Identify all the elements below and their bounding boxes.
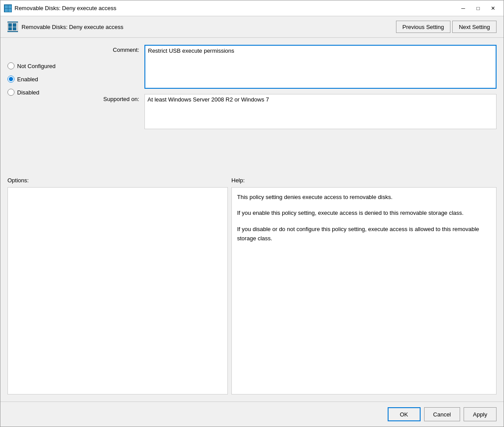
comment-row: Comment: [95, 45, 497, 89]
svg-rect-7 [13, 23, 16, 27]
main-window: Removable Disks: Deny execute access ─ □… [0, 0, 504, 427]
previous-setting-button[interactable]: Previous Setting [396, 21, 451, 33]
ok-button[interactable]: OK [388, 407, 421, 421]
svg-rect-6 [8, 23, 12, 27]
header-bar: Removable Disks: Deny execute access Pre… [0, 16, 504, 38]
disabled-radio-label[interactable]: Disabled [7, 89, 88, 96]
svg-rect-3 [5, 9, 8, 12]
svg-rect-1 [5, 5, 8, 8]
supported-label: Supported on: [95, 94, 139, 102]
comment-label: Comment: [95, 45, 139, 53]
enabled-radio-label[interactable]: Enabled [7, 76, 88, 83]
title-bar: Removable Disks: Deny execute access ─ □… [0, 0, 504, 16]
minimize-button[interactable]: ─ [456, 3, 470, 14]
options-panel [7, 187, 228, 395]
apply-button[interactable]: Apply [464, 407, 497, 421]
disabled-label: Disabled [17, 89, 40, 96]
title-bar-left: Removable Disks: Deny execute access [4, 4, 116, 12]
svg-rect-8 [8, 27, 12, 30]
not-configured-radio-label[interactable]: Not Configured [7, 62, 88, 69]
help-paragraph-1: This policy setting denies execute acces… [237, 193, 491, 202]
footer: OK Cancel Apply [0, 402, 504, 427]
svg-rect-9 [13, 27, 16, 30]
help-panel: This policy setting denies execute acces… [231, 187, 497, 395]
svg-rect-4 [8, 9, 11, 12]
window-title: Removable Disks: Deny execute access [14, 5, 116, 11]
comment-textarea[interactable] [144, 45, 497, 89]
lower-section: Options: Help: This policy setting denie… [0, 177, 504, 402]
window-controls: ─ □ ✕ [456, 3, 500, 14]
enabled-radio[interactable] [7, 76, 14, 83]
section-labels: Options: Help: [7, 177, 497, 184]
help-paragraph-2: If you enable this policy setting, execu… [237, 209, 491, 218]
header-title: Removable Disks: Deny execute access [22, 24, 123, 30]
close-button[interactable]: ✕ [486, 3, 500, 14]
panels-row: This policy setting denies execute acces… [7, 187, 497, 395]
window-icon [4, 4, 12, 12]
header-left: Removable Disks: Deny execute access [7, 22, 123, 32]
help-section-label: Help: [231, 177, 497, 184]
maximize-button[interactable]: □ [471, 3, 485, 14]
header-nav-buttons: Previous Setting Next Setting [396, 21, 497, 33]
options-section-label: Options: [7, 177, 231, 184]
configuration-radio-group: Not Configured Enabled Disabled [7, 62, 88, 96]
disabled-radio[interactable] [7, 89, 14, 96]
right-panel: Comment: Supported on: [95, 45, 497, 170]
not-configured-radio[interactable] [7, 62, 14, 69]
not-configured-label: Not Configured [17, 63, 55, 69]
next-setting-button[interactable]: Next Setting [452, 21, 497, 33]
enabled-label: Enabled [17, 76, 38, 83]
cancel-button[interactable]: Cancel [424, 407, 460, 421]
svg-rect-2 [8, 5, 11, 8]
help-paragraph-3: If you disable or do not configure this … [237, 225, 491, 243]
left-panel: Not Configured Enabled Disabled [7, 45, 95, 170]
content-area: Removable Disks: Deny execute access Pre… [0, 16, 504, 427]
supported-textarea [144, 94, 497, 129]
main-content: Not Configured Enabled Disabled Comment: [0, 38, 504, 177]
supported-row: Supported on: [95, 94, 497, 129]
header-icon [7, 22, 18, 32]
